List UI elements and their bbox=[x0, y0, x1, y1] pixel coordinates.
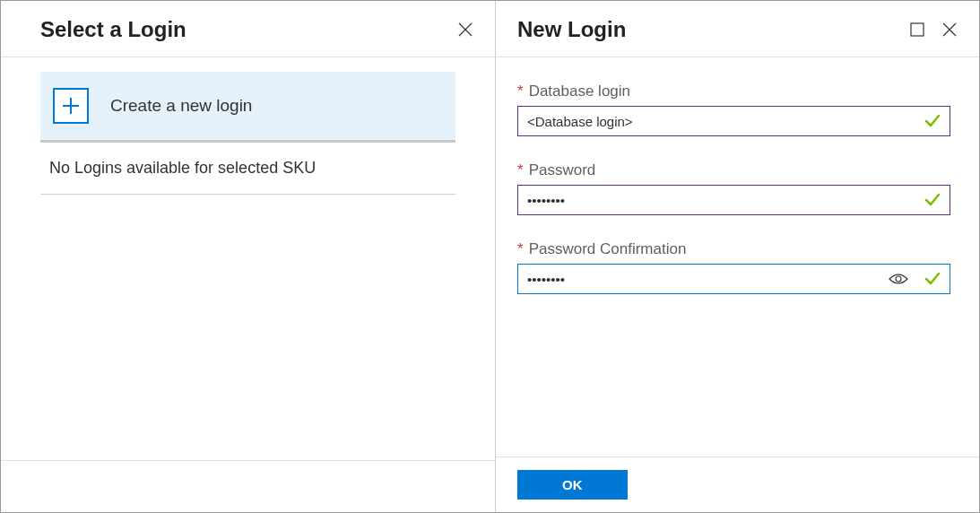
create-new-login-option[interactable]: Create a new login bbox=[40, 72, 455, 143]
no-logins-text: No Logins available for selected SKU bbox=[40, 143, 455, 195]
create-new-login-label: Create a new login bbox=[110, 96, 252, 116]
left-panel-header: Select a Login bbox=[1, 1, 495, 57]
password-confirm-input[interactable] bbox=[518, 265, 881, 293]
ok-button[interactable]: OK bbox=[517, 470, 628, 500]
password-confirm-input-wrap bbox=[517, 264, 950, 294]
password-label: *Password bbox=[517, 161, 950, 179]
database-login-field-block: *Database login bbox=[517, 83, 950, 136]
database-login-label: *Database login bbox=[517, 83, 950, 100]
left-panel-body: Create a new login No Logins available f… bbox=[1, 57, 495, 195]
password-confirm-label: *Password Confirmation bbox=[517, 240, 950, 258]
new-login-title: New Login bbox=[517, 17, 626, 42]
select-login-panel: Select a Login Create a new login No Log… bbox=[1, 1, 496, 512]
database-login-label-text: Database login bbox=[529, 83, 630, 100]
close-icon[interactable] bbox=[457, 22, 473, 38]
password-field-block: *Password bbox=[517, 161, 950, 215]
right-header-controls bbox=[909, 22, 958, 38]
select-login-title: Select a Login bbox=[40, 17, 186, 42]
svg-point-1 bbox=[896, 276, 901, 282]
right-panel-header: New Login bbox=[496, 1, 979, 57]
maximize-icon[interactable] bbox=[909, 22, 925, 38]
check-icon bbox=[915, 192, 950, 208]
check-icon bbox=[915, 271, 950, 287]
right-panel-footer: OK bbox=[496, 456, 979, 512]
eye-icon[interactable] bbox=[881, 273, 915, 285]
close-icon[interactable] bbox=[941, 22, 958, 38]
password-input[interactable] bbox=[518, 186, 915, 214]
plus-icon bbox=[53, 88, 89, 124]
right-panel-body: *Database login *Password *Password Conf… bbox=[496, 57, 979, 456]
password-label-text: Password bbox=[529, 161, 596, 178]
password-confirm-label-text: Password Confirmation bbox=[529, 240, 687, 257]
database-login-input[interactable] bbox=[518, 107, 915, 135]
new-login-panel: New Login *Database login *Password bbox=[496, 1, 979, 512]
svg-rect-0 bbox=[911, 23, 924, 36]
check-icon bbox=[915, 113, 950, 129]
database-login-input-wrap bbox=[517, 106, 950, 136]
password-input-wrap bbox=[517, 185, 950, 215]
left-panel-footer bbox=[1, 460, 495, 512]
password-confirm-field-block: *Password Confirmation bbox=[517, 240, 950, 294]
